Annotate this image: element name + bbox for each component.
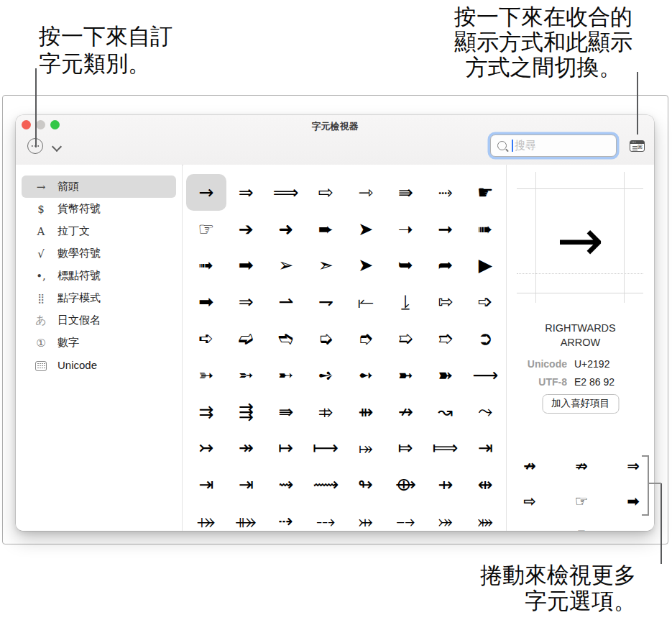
character-cell[interactable]: ➪ xyxy=(186,320,226,357)
character-cell[interactable]: ➻ xyxy=(346,357,386,393)
character-cell[interactable]: ➸ xyxy=(266,357,306,393)
sidebar-item-arrows[interactable]: →箭頭 xyxy=(22,175,176,198)
character-cell[interactable]: ⤅ xyxy=(346,430,386,467)
character-cell[interactable]: ➫ xyxy=(226,320,267,357)
character-cell[interactable]: ⇉ xyxy=(186,393,226,430)
character-cell[interactable]: ☛ xyxy=(466,174,506,211)
character-cell[interactable]: ⤁ xyxy=(226,503,267,531)
character-cell[interactable]: ⇶ xyxy=(226,393,267,430)
character-cell[interactable]: ⤳ xyxy=(466,393,506,430)
character-cell[interactable]: ↣ xyxy=(186,430,226,467)
character-cell[interactable]: ➱ xyxy=(425,320,466,357)
character-cell[interactable]: ➳ xyxy=(186,357,226,393)
character-cell[interactable]: ➢ xyxy=(266,247,306,284)
character-cell[interactable]: ⇥ xyxy=(466,430,506,467)
character-cell[interactable]: ➦ xyxy=(425,247,466,284)
character-cell[interactable]: ➔ xyxy=(226,211,267,247)
character-cell[interactable]: ⇒ xyxy=(226,174,267,211)
related-character-cell[interactable]: ↛ xyxy=(507,448,556,483)
related-character-cell[interactable]: ⇨ xyxy=(507,483,556,519)
character-cell[interactable]: ⤀ xyxy=(186,503,226,531)
character-cell[interactable]: ⤃ xyxy=(306,393,346,430)
character-cell[interactable]: ↬ xyxy=(346,466,386,503)
character-cell[interactable]: ⇝ xyxy=(266,466,306,503)
add-to-favorites-button[interactable]: 加入喜好項目 xyxy=(542,394,619,414)
character-cell[interactable]: ➨ xyxy=(306,211,346,247)
sidebar-item-braille[interactable]: ⣿點字模式 xyxy=(22,287,176,309)
character-cell[interactable]: ⟹ xyxy=(266,174,306,211)
character-cell[interactable]: ⇀ xyxy=(266,283,306,320)
titlebar[interactable]: 字元檢視器 搜尋 ⌘ xyxy=(16,115,654,165)
character-cell[interactable]: ➣ xyxy=(306,247,346,284)
character-grid-pane[interactable]: →⇒⟹⇨⇾⇛⤑☛☞➔➜➨➤➝➞➠➟➡➢➣➤➥➦▶➡⇒⇀⇁⥒⥕⇰➩➪➫➬➭➮➯➱➲… xyxy=(183,165,507,531)
character-cell[interactable]: ⟿ xyxy=(306,466,346,503)
character-cell[interactable]: ⇰ xyxy=(425,283,466,320)
character-cell[interactable]: ⟴ xyxy=(386,466,426,503)
character-cell[interactable]: ➠ xyxy=(466,211,506,247)
character-cell[interactable]: ⟾ xyxy=(425,430,466,467)
character-cell[interactable]: ➜ xyxy=(266,211,306,247)
character-cell[interactable]: ➤ xyxy=(346,211,386,247)
character-cell[interactable]: ➝ xyxy=(386,211,426,247)
sidebar-item-digits[interactable]: ①數字 xyxy=(22,332,176,354)
character-cell[interactable]: ➟ xyxy=(186,247,226,284)
character-cell[interactable]: ⟼ xyxy=(306,430,346,467)
character-cell[interactable]: ⤏ xyxy=(306,503,346,531)
character-cell[interactable]: ⇹ xyxy=(466,466,506,503)
character-cell[interactable]: ⇥ xyxy=(186,466,226,503)
character-cell[interactable]: ☞ xyxy=(186,211,226,247)
character-cell[interactable]: ➲ xyxy=(466,320,506,357)
character-cell[interactable]: ⤖ xyxy=(425,503,466,531)
character-cell[interactable]: ⇸ xyxy=(425,466,466,503)
character-cell[interactable]: ➬ xyxy=(266,320,306,357)
related-character-cell[interactable]: ⇏ xyxy=(556,448,607,483)
character-cell[interactable]: ⇢ xyxy=(266,503,306,531)
character-cell[interactable]: ⇛ xyxy=(266,393,306,430)
character-cell[interactable]: ↠ xyxy=(226,430,267,467)
chevron-down-icon[interactable] xyxy=(52,142,62,152)
character-cell[interactable]: ➺ xyxy=(306,357,346,393)
character-cell[interactable]: ➮ xyxy=(346,320,386,357)
character-cell[interactable]: ⇾ xyxy=(346,174,386,211)
character-cell[interactable]: ➡ xyxy=(226,247,267,284)
character-cell[interactable]: ↛ xyxy=(386,393,426,430)
sidebar-item-math[interactable]: √數學符號 xyxy=(22,242,176,265)
character-cell[interactable]: ➞ xyxy=(425,211,466,247)
sidebar-item-currency[interactable]: $貨幣符號 xyxy=(22,198,176,220)
character-cell[interactable]: ➯ xyxy=(386,320,426,357)
character-cell[interactable]: ⤔ xyxy=(346,503,386,531)
sidebar-item-latin[interactable]: A拉丁文 xyxy=(22,220,176,242)
character-cell[interactable]: ➥ xyxy=(386,247,426,284)
character-cell[interactable]: ⇒ xyxy=(226,283,267,320)
character-cell[interactable]: ⇻ xyxy=(346,393,386,430)
sidebar-item-unicode[interactable]: Unicode xyxy=(22,354,176,376)
character-cell[interactable]: ⤇ xyxy=(386,430,426,467)
character-cell[interactable]: ⥕ xyxy=(386,283,426,320)
character-cell[interactable]: ⥒ xyxy=(346,283,386,320)
related-character-cell[interactable]: ☞ xyxy=(556,483,607,519)
character-cell[interactable]: ⤍ xyxy=(386,503,426,531)
character-cell[interactable]: ⤗ xyxy=(466,503,506,531)
character-cell[interactable]: ⇁ xyxy=(306,283,346,320)
sidebar-item-kana[interactable]: あ日文假名 xyxy=(22,309,176,332)
character-cell[interactable]: ⇨ xyxy=(306,174,346,211)
character-cell[interactable]: ➤ xyxy=(346,247,386,284)
character-cell[interactable]: ⤑ xyxy=(425,174,466,211)
character-cell[interactable]: ↝ xyxy=(425,393,466,430)
character-cell[interactable]: ⟶ xyxy=(466,357,506,393)
character-cell[interactable]: ⇥ xyxy=(226,466,267,503)
character-cell[interactable]: ➽ xyxy=(425,357,466,393)
toggle-view-button[interactable]: ⌘ xyxy=(627,137,647,155)
character-cell[interactable]: ▶ xyxy=(466,247,506,284)
search-input[interactable]: 搜尋 xyxy=(490,135,617,157)
related-character-cell[interactable]: ⤒ xyxy=(556,519,607,531)
related-character-cell[interactable]: ⟳ xyxy=(507,519,556,531)
character-cell[interactable]: ➩ xyxy=(466,283,506,320)
character-cell[interactable]: ➼ xyxy=(386,357,426,393)
character-cell[interactable]: → xyxy=(186,174,226,211)
character-cell[interactable]: ➵ xyxy=(226,357,267,393)
character-cell[interactable]: ➭ xyxy=(306,320,346,357)
sidebar-item-punctuation[interactable]: •,標點符號 xyxy=(22,265,176,287)
character-cell[interactable]: ➡ xyxy=(186,283,226,320)
character-cell[interactable]: ↦ xyxy=(266,430,306,467)
